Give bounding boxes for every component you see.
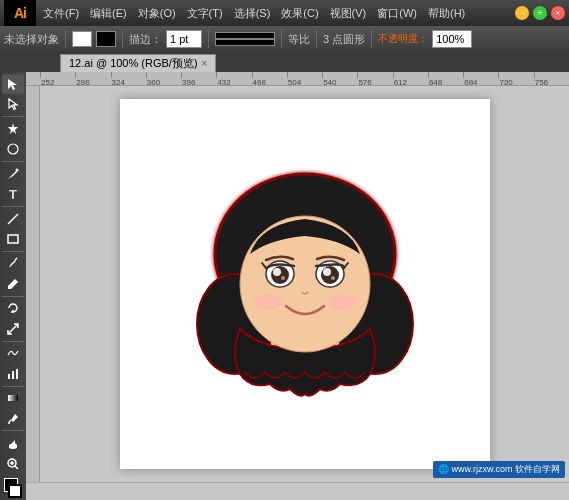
doc-tab[interactable]: 12.ai @ 100% (RGB/预览) × [60, 54, 216, 72]
menu-item-c[interactable]: 效果(C) [276, 4, 323, 23]
svg-point-1 [8, 144, 18, 154]
menu-item-s[interactable]: 选择(S) [229, 4, 276, 23]
svg-point-30 [331, 276, 335, 280]
selection-tool-btn[interactable] [2, 74, 24, 94]
svg-point-25 [281, 276, 285, 280]
svg-line-11 [9, 420, 11, 422]
svg-line-14 [15, 466, 18, 469]
menu-bar: 文件(F)编辑(E)对象(O)文字(T)选择(S)效果(C)视图(V)窗口(W)… [38, 4, 470, 23]
svg-point-29 [323, 268, 331, 276]
zoom-tool-btn[interactable] [2, 454, 24, 474]
toolbar-divider-5 [316, 30, 317, 48]
stroke-label: 描边： [129, 32, 162, 47]
ruler-h-label: 612 [394, 78, 407, 85]
rect-tool-btn[interactable] [2, 229, 24, 249]
hand-tool-btn[interactable] [2, 433, 24, 453]
menu-item-o[interactable]: 对象(O) [133, 4, 181, 23]
status-bar [26, 482, 569, 500]
pencil-tool-btn[interactable] [2, 274, 24, 294]
ruler-top: 2522863243603964324685045405766126486847… [26, 72, 569, 86]
ruler-h-label: 540 [323, 78, 336, 85]
ruler-h-label: 432 [217, 78, 230, 85]
stroke-line [216, 39, 274, 40]
ruler-h-label: 324 [112, 78, 125, 85]
character-svg [190, 154, 420, 414]
title-bar-right: − + × [515, 6, 565, 20]
tool-separator-5 [2, 296, 24, 297]
tool-separator-2 [2, 161, 24, 162]
ai-logo: Ai [4, 0, 36, 26]
toolbar: 未选择对象 描边： 等比 3 点圆形 不透明度： [0, 26, 569, 52]
svg-point-24 [273, 268, 281, 276]
toolbar-divider-6 [371, 30, 372, 48]
maximize-button[interactable]: + [533, 6, 547, 20]
doc-tab-bar: 12.ai @ 100% (RGB/预览) × [0, 52, 569, 72]
selection-label: 未选择对象 [4, 32, 59, 47]
stroke-swatch[interactable] [8, 484, 22, 498]
view-label: 等比 [288, 32, 310, 47]
minimize-button[interactable]: − [515, 6, 529, 20]
tool-separator-6 [2, 341, 24, 342]
canvas-with-ruler: 🌐 www.rjzxw.com 软件自学网 [26, 86, 569, 482]
menu-item-w[interactable]: 窗口(W) [372, 4, 422, 23]
tool-separator-4 [2, 251, 24, 252]
menu-item-h[interactable]: 帮助(H) [423, 4, 470, 23]
svg-point-28 [321, 266, 339, 284]
stroke-input[interactable] [166, 30, 202, 48]
line-tool-btn[interactable] [2, 209, 24, 229]
canvas-area: 2522863243603964324685045405766126486847… [26, 72, 569, 500]
menu-item-t[interactable]: 文字(T) [182, 4, 228, 23]
magic-wand-tool-btn[interactable] [2, 119, 24, 139]
watermark-text: www.rjzxw.com [451, 464, 512, 474]
artboard [120, 99, 490, 469]
close-button[interactable]: × [551, 6, 565, 20]
fill-box[interactable] [72, 31, 92, 47]
ruler-h-label: 648 [429, 78, 442, 85]
menu-item-e[interactable]: 编辑(E) [85, 4, 132, 23]
svg-rect-7 [8, 374, 10, 379]
eyedropper-tool-btn[interactable] [2, 409, 24, 429]
ruler-h-label: 360 [147, 78, 160, 85]
menu-item-f[interactable]: 文件(F) [38, 4, 84, 23]
main-area: T [0, 72, 569, 500]
svg-point-20 [240, 216, 370, 352]
graph-tool-btn[interactable] [2, 364, 24, 384]
ruler-h-label: 684 [464, 78, 477, 85]
svg-point-31 [254, 294, 282, 310]
stroke-box[interactable] [96, 31, 116, 47]
title-bar: Ai 文件(F)编辑(E)对象(O)文字(T)选择(S)效果(C)视图(V)窗口… [0, 0, 569, 26]
doc-tab-close[interactable]: × [202, 58, 208, 69]
pen-tool-btn[interactable] [2, 164, 24, 184]
canvas-container[interactable]: 🌐 www.rjzxw.com 软件自学网 [40, 86, 569, 482]
brush-tool-btn[interactable] [2, 254, 24, 274]
toolbar-divider-4 [281, 30, 282, 48]
ruler-h-label: 720 [499, 78, 512, 85]
lasso-tool-btn[interactable] [2, 139, 24, 159]
opacity-input[interactable] [432, 30, 472, 48]
direct-selection-tool-btn[interactable] [2, 95, 24, 115]
svg-line-3 [8, 214, 18, 224]
ruler-h-label: 468 [253, 78, 266, 85]
rotate-tool-btn[interactable] [2, 299, 24, 319]
svg-line-6 [8, 324, 18, 334]
scale-tool-btn[interactable] [2, 319, 24, 339]
opacity-label: 不透明度： [378, 32, 428, 46]
svg-rect-9 [16, 369, 18, 379]
svg-rect-4 [8, 235, 18, 243]
tool-separator-8 [2, 430, 24, 431]
tool-separator-7 [2, 386, 24, 387]
menu-item-v[interactable]: 视图(V) [325, 4, 372, 23]
gradient-tool-btn[interactable] [2, 388, 24, 408]
ruler-h-label: 504 [288, 78, 301, 85]
left-toolbar: T [0, 72, 26, 500]
svg-point-23 [271, 266, 289, 284]
svg-marker-0 [8, 123, 18, 134]
doc-tab-name: 12.ai @ 100% (RGB/预览) [69, 56, 198, 71]
tool-separator-3 [2, 206, 24, 207]
title-bar-left: Ai 文件(F)编辑(E)对象(O)文字(T)选择(S)效果(C)视图(V)窗口… [4, 0, 470, 26]
type-tool-btn[interactable]: T [2, 184, 24, 204]
stroke-preview [215, 32, 275, 46]
svg-point-32 [328, 294, 356, 310]
warp-tool-btn[interactable] [2, 344, 24, 364]
ruler-top-container: 2522863243603964324685045405766126486847… [26, 72, 569, 85]
